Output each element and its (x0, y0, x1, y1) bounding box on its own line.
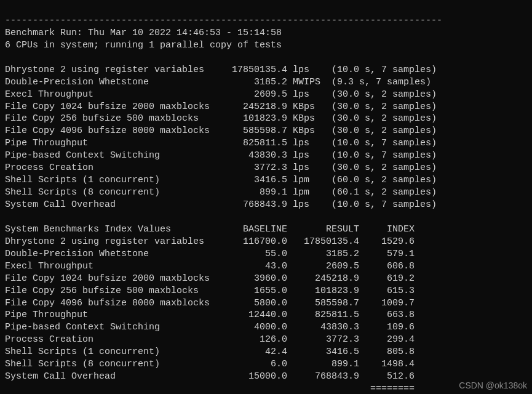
run-value: 2609.5 (221, 89, 287, 101)
index-index: 299.4 (359, 334, 415, 346)
index-baseline: 126.0 (221, 334, 287, 346)
run-name: File Copy 1024 bufsize 2000 maxblocks (5, 101, 221, 113)
run-row: Execl Throughput2609.5 lps (30.0 s, 2 sa… (5, 89, 437, 100)
run-unit: lps (293, 89, 326, 101)
run-value: 245218.9 (221, 101, 287, 113)
run-name: Execl Throughput (5, 89, 221, 101)
index-name: Process Creation (5, 334, 221, 346)
index-baseline: 43.0 (221, 260, 287, 273)
run-value: 17850135.4 (221, 64, 287, 76)
index-baseline: 5800.0 (221, 297, 287, 310)
run-name: System Call Overhead (5, 199, 221, 211)
run-unit: KBps (293, 125, 326, 137)
index-name: Pipe Throughput (5, 309, 221, 321)
index-index: 615.3 (359, 285, 415, 297)
run-name: File Copy 4096 bufsize 8000 maxblocks (5, 125, 221, 137)
index-index: 579.1 (359, 248, 415, 260)
index-name: Pipe-based Context Switching (5, 321, 221, 334)
run-details: (30.0 s, 2 samples) (332, 101, 437, 113)
run-details: (60.1 s, 2 samples) (332, 187, 437, 199)
index-name: Double-Precision Whetstone (5, 248, 221, 260)
run-unit: lps (293, 162, 326, 174)
index-result: 245218.9 (287, 273, 359, 285)
terminal-output: ----------------------------------------… (0, 0, 532, 394)
cpu-info-line: 6 CPUs in system; running 1 parallel cop… (5, 40, 282, 50)
run-name: Shell Scripts (8 concurrent) (5, 187, 221, 199)
run-details: (30.0 s, 2 samples) (332, 125, 437, 137)
index-row: Process Creation126.03772.3299.4 (5, 334, 415, 345)
index-row: Double-Precision Whetstone55.03185.2579.… (5, 249, 415, 259)
run-value: 899.1 (221, 187, 287, 199)
run-value: 43830.3 (221, 150, 287, 162)
run-name: Shell Scripts (1 concurrent) (5, 174, 221, 187)
run-details: (10.0 s, 7 samples) (332, 150, 437, 162)
index-row: Shell Scripts (1 concurrent)42.43416.580… (5, 347, 415, 357)
run-row: Double-Precision Whetstone3185.2 MWIPS (… (5, 77, 431, 87)
index-index: 512.6 (359, 371, 415, 383)
index-index: 619.2 (359, 273, 415, 285)
run-value: 101823.9 (221, 113, 287, 125)
index-result: 101823.9 (287, 285, 359, 297)
run-details: (10.0 s, 7 samples) (332, 64, 437, 76)
run-details: (10.0 s, 7 samples) (332, 137, 437, 150)
index-index: 109.6 (359, 321, 415, 334)
run-unit: KBps (293, 113, 326, 125)
index-result: 43830.3 (287, 321, 359, 334)
index-index: 1009.7 (359, 297, 415, 310)
run-value: 3416.5 (221, 174, 287, 187)
run-name: Dhrystone 2 using register variables (5, 64, 221, 76)
run-details: (30.0 s, 2 samples) (332, 113, 437, 125)
index-index: 1529.6 (359, 236, 415, 248)
run-row: Dhrystone 2 using register variables1785… (5, 65, 437, 75)
index-baseline: 42.4 (221, 346, 287, 358)
index-name: File Copy 1024 bufsize 2000 maxblocks (5, 273, 221, 285)
run-value: 768843.9 (221, 199, 287, 211)
index-baseline: 4000.0 (221, 321, 287, 334)
run-row: Shell Scripts (8 concurrent)899.1 lpm (6… (5, 187, 437, 198)
index-row: Dhrystone 2 using register variables1167… (5, 236, 415, 247)
index-name: Dhrystone 2 using register variables (5, 236, 221, 248)
index-baseline: 15000.0 (221, 371, 287, 383)
index-result: 768843.9 (287, 371, 359, 383)
index-result: 899.1 (287, 358, 359, 371)
index-row: Shell Scripts (8 concurrent)6.0899.11498… (5, 359, 415, 369)
index-name: File Copy 4096 bufsize 8000 maxblocks (5, 297, 221, 310)
run-row: Pipe-based Context Switching43830.3 lps … (5, 150, 437, 161)
run-unit: lps (293, 137, 326, 150)
watermark: CSDN @ok138ok (459, 380, 527, 392)
run-row: System Call Overhead768843.9 lps (10.0 s… (5, 199, 437, 210)
index-header-index: INDEX (359, 223, 415, 236)
index-name: System Call Overhead (5, 371, 221, 383)
run-unit: lps (293, 199, 326, 211)
run-value: 3772.3 (221, 162, 287, 174)
index-baseline: 55.0 (221, 248, 287, 260)
index-result: 585598.7 (287, 297, 359, 310)
run-unit: lps (293, 64, 326, 76)
index-row: Execl Throughput43.02609.5606.8 (5, 261, 415, 271)
benchmark-run-line: Benchmark Run: Thu Mar 10 2022 14:46:53 … (5, 28, 282, 38)
run-row: Shell Scripts (1 concurrent)3416.5 lpm (… (5, 175, 437, 185)
run-name: Double-Precision Whetstone (5, 76, 221, 89)
index-baseline: 116700.0 (221, 236, 287, 248)
index-result: 3185.2 (287, 248, 359, 260)
index-index: 606.8 (359, 260, 415, 273)
index-index: 805.8 (359, 346, 415, 358)
index-index: 1498.4 (359, 358, 415, 371)
index-result: 2609.5 (287, 260, 359, 273)
index-header-result: RESULT (287, 223, 359, 236)
run-unit: lpm (293, 187, 326, 199)
index-name: Execl Throughput (5, 260, 221, 273)
run-unit: lps (293, 150, 326, 162)
run-value: 585598.7 (221, 125, 287, 137)
index-result: 3772.3 (287, 334, 359, 346)
run-row: File Copy 256 bufsize 500 maxblocks10182… (5, 113, 437, 124)
index-baseline: 6.0 (221, 358, 287, 371)
index-result: 825811.5 (287, 309, 359, 321)
index-baseline: 12440.0 (221, 309, 287, 321)
run-details: (60.0 s, 2 samples) (332, 174, 437, 187)
run-row: Pipe Throughput825811.5 lps (10.0 s, 7 s… (5, 138, 437, 148)
run-value: 3185.2 (221, 76, 287, 89)
index-row: Pipe-based Context Switching4000.043830.… (5, 322, 415, 332)
run-row: File Copy 1024 bufsize 2000 maxblocks245… (5, 102, 437, 112)
run-details: (9.3 s, 7 samples) (332, 76, 431, 89)
